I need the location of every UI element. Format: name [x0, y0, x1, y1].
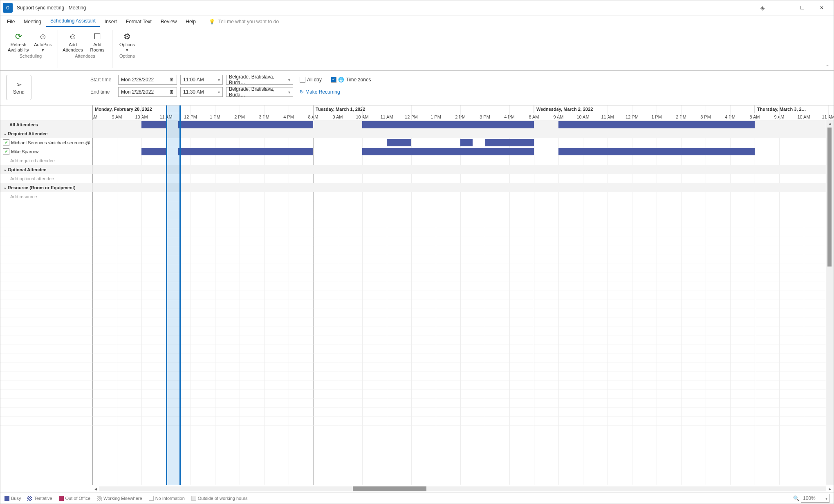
add-optional-attendee-input[interactable]: Add optional attendee: [0, 174, 92, 183]
availability-row[interactable]: [92, 300, 834, 309]
availability-row[interactable]: [92, 363, 834, 372]
availability-row[interactable]: [92, 318, 834, 327]
availability-row[interactable]: [92, 291, 834, 300]
add-rooms-icon: ☐: [94, 31, 101, 42]
availability-row[interactable]: [92, 174, 834, 183]
start-timezone-input[interactable]: Belgrade, Bratislava, Buda…▾: [226, 75, 293, 85]
busy-block: [387, 139, 411, 146]
zoom-control[interactable]: 🔍 100%▾: [793, 494, 830, 503]
start-date-input[interactable]: Mon 2/28/2022🗓: [118, 75, 177, 85]
availability-row[interactable]: [92, 255, 834, 264]
horizontal-scrollbar[interactable]: ◂ ▸: [0, 485, 834, 493]
add-attendees-button[interactable]: ☺AddAttendees: [61, 30, 84, 53]
all-attendees-header[interactable]: All Attendees: [0, 120, 92, 129]
required-attendee-header[interactable]: ⌄Required Attendee: [0, 129, 92, 138]
availability-row[interactable]: [92, 120, 834, 129]
availability-row[interactable]: [92, 309, 834, 318]
optional-attendee-header[interactable]: ⌄Optional Attendee: [0, 165, 92, 174]
start-time-input[interactable]: 11:00 AM▾: [180, 75, 223, 85]
resource-header[interactable]: ⌄Resource (Room or Equipment): [0, 183, 92, 192]
empty-row: [0, 327, 92, 336]
refresh-availability-button[interactable]: ⟳RefreshAvailability: [7, 30, 30, 53]
attendee-row[interactable]: ✓Mike Sparrow: [0, 147, 92, 156]
tab-file[interactable]: File: [3, 17, 19, 26]
tab-review[interactable]: Review: [157, 17, 181, 26]
end-timezone-input[interactable]: Belgrade, Bratislava, Buda…▾: [226, 87, 293, 97]
hour-label: 10 AM: [354, 113, 370, 121]
scrollbar-thumb[interactable]: [353, 486, 426, 491]
zoom-icon: 🔍: [793, 495, 799, 501]
hour-label: 9 AM: [550, 113, 567, 121]
availability-row[interactable]: [92, 408, 834, 417]
availability-row[interactable]: [92, 345, 834, 354]
availability-row[interactable]: [92, 381, 834, 390]
attendee-row[interactable]: ✓Michael Serences <michael.serences@: [0, 138, 92, 147]
zoom-input[interactable]: 100%▾: [801, 494, 830, 503]
availability-row[interactable]: [92, 336, 834, 345]
empty-row: [0, 354, 92, 363]
options-button[interactable]: ⚙Options▾: [116, 30, 139, 53]
checkbox-icon[interactable]: ✓: [3, 139, 9, 146]
hour-label: 3 PM: [256, 113, 272, 121]
end-time-input[interactable]: 11:30 AM▾: [180, 87, 223, 97]
tab-scheduling-assistant[interactable]: Scheduling Assistant: [46, 16, 100, 27]
availability-row[interactable]: [92, 237, 834, 246]
availability-row[interactable]: [92, 327, 834, 336]
chevron-down-icon: ⌄: [2, 185, 8, 190]
availability-row[interactable]: [92, 210, 834, 219]
tab-meeting[interactable]: Meeting: [20, 17, 45, 26]
hour-label: 10 AM: [796, 113, 812, 121]
tab-insert[interactable]: Insert: [101, 17, 121, 26]
hour-label: 8 AM: [526, 113, 542, 121]
availability-row[interactable]: [92, 165, 834, 174]
availability-row[interactable]: [92, 228, 834, 237]
all-day-checkbox[interactable]: All day: [300, 77, 322, 83]
scrollbar-thumb[interactable]: [827, 128, 832, 267]
day-header: Thursday, March 3, 2…: [755, 105, 834, 113]
minimize-button[interactable]: —: [773, 2, 792, 13]
autopick-button[interactable]: ☺AutoPick▾: [31, 30, 54, 53]
send-button[interactable]: ➢ Send: [6, 75, 31, 100]
empty-row: [0, 381, 92, 390]
availability-row[interactable]: [92, 156, 834, 165]
add-resource-input[interactable]: Add resource: [0, 192, 92, 201]
maximize-button[interactable]: ☐: [793, 2, 812, 13]
availability-row[interactable]: [92, 147, 834, 156]
add-rooms-button[interactable]: ☐AddRooms: [86, 30, 109, 53]
tell-me-search[interactable]: 💡 Tell me what you want to do: [209, 19, 279, 25]
hour-label: 8 AM: [305, 113, 321, 121]
availability-row[interactable]: [92, 264, 834, 273]
availability-row[interactable]: [92, 372, 834, 381]
availability-row[interactable]: [92, 192, 834, 201]
availability-row[interactable]: [92, 201, 834, 210]
time-zones-checkbox[interactable]: 🌐Time zones: [331, 77, 371, 83]
tab-format-text[interactable]: Format Text: [122, 17, 156, 26]
premium-icon[interactable]: ◈: [760, 4, 765, 11]
availability-row[interactable]: [92, 183, 834, 192]
availability-row[interactable]: [92, 282, 834, 291]
availability-row[interactable]: [92, 138, 834, 147]
availability-rows[interactable]: [92, 120, 834, 485]
busy-block: [141, 121, 166, 128]
close-button[interactable]: ✕: [812, 2, 831, 13]
scroll-right-icon: ▸: [826, 486, 834, 492]
availability-row[interactable]: [92, 390, 834, 399]
end-date-input[interactable]: Mon 2/28/2022🗓: [118, 87, 177, 97]
availability-row[interactable]: [92, 273, 834, 282]
add-required-attendee-input[interactable]: Add required attendee: [0, 156, 92, 165]
availability-row[interactable]: [92, 219, 834, 228]
checkbox-icon[interactable]: ✓: [3, 148, 9, 155]
hour-label: 1 PM: [207, 113, 223, 121]
busy-block: [558, 148, 755, 155]
hour-label: 11 AM: [599, 113, 616, 121]
availability-row[interactable]: [92, 417, 834, 426]
availability-row[interactable]: [92, 354, 834, 363]
ribbon-collapse-icon[interactable]: ⌄: [825, 62, 830, 67]
availability-row[interactable]: [92, 399, 834, 408]
make-recurring-link[interactable]: ↻Make Recurring: [300, 89, 340, 95]
availability-row[interactable]: [92, 129, 834, 138]
vertical-scrollbar[interactable]: ▴: [826, 120, 834, 485]
availability-row[interactable]: [92, 246, 834, 255]
tab-help[interactable]: Help: [182, 17, 200, 26]
scroll-left-icon: ◂: [92, 486, 99, 492]
